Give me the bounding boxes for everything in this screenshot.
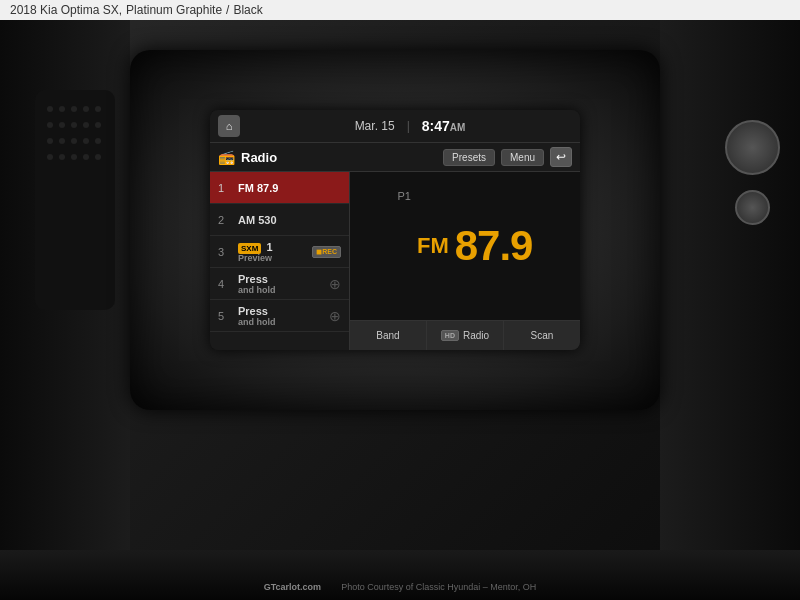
vent-dot	[59, 154, 65, 160]
vent-dot	[71, 154, 77, 160]
preset-item-2[interactable]: 2 AM 530	[210, 204, 349, 236]
vent-dot	[59, 138, 65, 144]
add-icon-4: ⊕	[329, 276, 341, 292]
dashboard-bezel: ⌂ Mar. 15 | 8:47AM 📻 Radio Presets Menu …	[130, 50, 660, 410]
car-photo-background: ⌂ Mar. 15 | 8:47AM 📻 Radio Presets Menu …	[0, 20, 800, 600]
vent-dot	[83, 122, 89, 128]
sxm-badge: SXM	[238, 243, 261, 254]
station-display: P1 FM 87.9	[350, 172, 580, 320]
menu-button[interactable]: Menu	[501, 149, 544, 166]
band-button-label: Band	[376, 330, 399, 341]
home-icon: ⌂	[226, 120, 233, 132]
vent-dot	[83, 138, 89, 144]
preset-sub-4: and hold	[238, 285, 276, 295]
radio-icon: 📻	[218, 149, 235, 165]
preset-item-3[interactable]: 3 SXM 1 Preview ◼REC	[210, 236, 349, 268]
hd-radio-button[interactable]: HD Radio	[427, 321, 504, 350]
vent-dot	[95, 106, 101, 112]
metadata-bar: 2018 Kia Optima SX, Platinum Graphite / …	[0, 0, 800, 20]
band-label: FM	[417, 233, 449, 259]
vent-dot	[95, 138, 101, 144]
preset-number-3: 3	[218, 246, 232, 258]
preset-number-1: 1	[218, 182, 232, 194]
vent-dot	[83, 154, 89, 160]
vent-dot	[71, 122, 77, 128]
ampm-display: AM	[450, 122, 466, 133]
vent-dot	[71, 106, 77, 112]
presets-panel: 1 FM 87.9 2 AM 530 3 SXM 1 Preview	[210, 172, 350, 350]
hd-icon: HD	[441, 330, 459, 341]
main-display-panel: P1 FM 87.9 Band HD Radio	[350, 172, 580, 350]
preset-name-1: FM 87.9	[238, 182, 278, 194]
preset-name-2: AM 530	[238, 214, 277, 226]
hd-radio-label: Radio	[463, 330, 489, 341]
car-color: Platinum Graphite	[126, 3, 222, 17]
volume-knob[interactable]	[725, 120, 780, 175]
infotainment-screen: ⌂ Mar. 15 | 8:47AM 📻 Radio Presets Menu …	[210, 110, 580, 350]
vent-dot	[59, 106, 65, 112]
preset-number-5: 5	[218, 310, 232, 322]
preset-name-3: SXM 1 Preview	[238, 241, 273, 263]
vent-dot	[47, 138, 53, 144]
separator: /	[226, 3, 229, 17]
watermark-photo-credit: Photo Courtesy of Classic Hyundai – Ment…	[341, 582, 536, 592]
left-speaker-vent	[35, 90, 115, 310]
watermark-area: GTcarlot.com Photo Courtesy of Classic H…	[264, 582, 536, 592]
vent-dot	[83, 106, 89, 112]
vent-dot	[47, 122, 53, 128]
add-icon-5: ⊕	[329, 308, 341, 324]
right-side-controls	[725, 120, 780, 225]
preset-item-4[interactable]: 4 Press and hold ⊕	[210, 268, 349, 300]
date-time-area: Mar. 15 | 8:47AM	[248, 118, 572, 134]
vent-dot	[47, 154, 53, 160]
preset-item-5[interactable]: 5 Press and hold ⊕	[210, 300, 349, 332]
date-display: Mar. 15	[355, 119, 395, 133]
vent-dot	[71, 138, 77, 144]
car-trim: Black	[233, 3, 262, 17]
preset-name-4: Press and hold	[238, 273, 276, 295]
car-model: 2018 Kia Optima SX,	[10, 3, 122, 17]
back-button[interactable]: ↩	[550, 147, 572, 167]
preset-sub-5: and hold	[238, 317, 276, 327]
watermark-gtcar: GTcarlot.com	[264, 582, 321, 592]
screen-content: 1 FM 87.9 2 AM 530 3 SXM 1 Preview	[210, 172, 580, 350]
screen-toolbar: 📻 Radio Presets Menu ↩	[210, 143, 580, 172]
preset-position-label: P1	[398, 190, 411, 202]
time-display: 8:47AM	[422, 118, 466, 134]
tune-knob[interactable]	[735, 190, 770, 225]
vent-dot	[59, 122, 65, 128]
time-separator: |	[407, 119, 410, 133]
radio-section-label: Radio	[241, 150, 437, 165]
scan-button-label: Scan	[531, 330, 554, 341]
preset-number-2: 2	[218, 214, 232, 226]
scan-button[interactable]: Scan	[504, 321, 580, 350]
preset-name-5: Press and hold	[238, 305, 276, 327]
vent-dot	[95, 154, 101, 160]
preset-item-1[interactable]: 1 FM 87.9	[210, 172, 349, 204]
preset-number-4: 4	[218, 278, 232, 290]
frame-bottom	[0, 550, 800, 600]
station-frequency: 87.9	[455, 222, 533, 270]
home-button[interactable]: ⌂	[218, 115, 240, 137]
rec-badge: ◼REC	[312, 246, 341, 258]
band-button[interactable]: Band	[350, 321, 427, 350]
frame-right	[660, 20, 800, 600]
vent-dot	[47, 106, 53, 112]
vent-dot	[95, 122, 101, 128]
bottom-action-buttons: Band HD Radio Scan	[350, 320, 580, 350]
preset-sub-3: Preview	[238, 253, 273, 263]
screen-header: ⌂ Mar. 15 | 8:47AM	[210, 110, 580, 143]
presets-button[interactable]: Presets	[443, 149, 495, 166]
time-value: 8:47	[422, 118, 450, 134]
